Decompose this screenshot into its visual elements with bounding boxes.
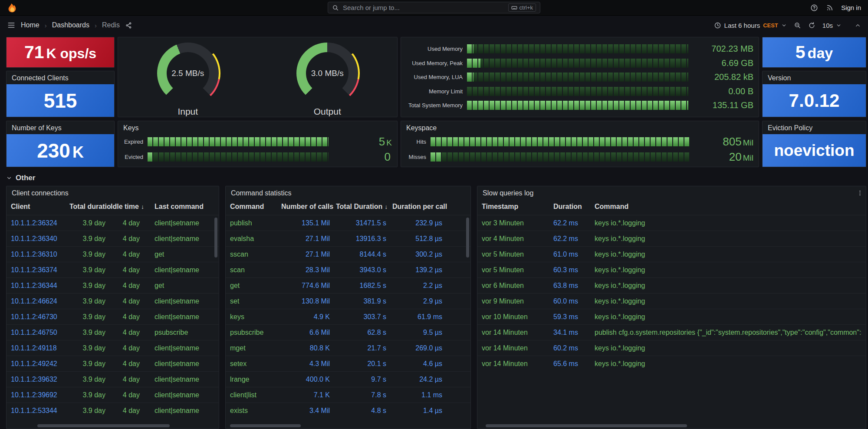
bar-value: 805Mil bbox=[690, 135, 753, 148]
time-range-picker[interactable]: Last 6 hours CEST bbox=[714, 22, 787, 29]
ops-stat-panel: 71 K ops/s bbox=[6, 37, 115, 68]
breadcrumb-home[interactable]: Home bbox=[21, 21, 39, 29]
number-of-calls-cell: 7.1 K bbox=[281, 391, 336, 399]
total-duration-cell: 4.8 s bbox=[336, 407, 392, 415]
table-row: 10.1.1.2:49242 3.9 day 4 day client|setn… bbox=[7, 356, 219, 371]
column-header[interactable]: Command bbox=[230, 203, 281, 211]
collapse-top-button[interactable] bbox=[855, 22, 861, 29]
lcd-bar-gauge bbox=[148, 137, 329, 146]
last-command-cell: get bbox=[152, 282, 214, 290]
panel-title[interactable]: Connected Clients bbox=[7, 71, 114, 83]
chevron-up-icon bbox=[855, 22, 861, 29]
duration-per-call-cell: 24.2 µs bbox=[392, 376, 466, 383]
total-duration-cell: 31471.5 s bbox=[336, 219, 392, 227]
timestamp-cell: vor 9 Minuten bbox=[482, 297, 553, 305]
bar-label: Expired bbox=[123, 139, 148, 145]
number-of-keys-value: 230 bbox=[37, 139, 70, 162]
memory-bar-row: Used Memory, LUA 205.82 kB bbox=[406, 72, 753, 82]
total-duration-cell: 3.9 day bbox=[69, 297, 111, 305]
timestamp-cell: vor 5 Minuten bbox=[482, 266, 553, 274]
panel-title[interactable]: Number of Keys bbox=[7, 121, 114, 133]
sort-desc-icon: ↓ bbox=[385, 203, 388, 210]
table-row: evalsha 27.1 Mil 13916.3 s 512.8 µs bbox=[226, 231, 470, 246]
timestamp-cell: vor 5 Minuten bbox=[482, 251, 553, 258]
keys-bar-row: Evicted 0 bbox=[123, 151, 392, 162]
client-cell: 10.1.1.2:36324 bbox=[11, 219, 69, 227]
column-header-sorted[interactable]: Total Duration↓ bbox=[336, 203, 392, 211]
search-input[interactable]: Search or jump to... ctrl+k bbox=[328, 2, 540, 13]
duration-cell: 65.6 ms bbox=[553, 360, 595, 368]
total-duration-cell: 3.9 day bbox=[69, 407, 111, 415]
help-icon[interactable] bbox=[810, 4, 818, 12]
keys-bar-row: Expired 5K bbox=[123, 136, 392, 147]
column-header[interactable]: Number of calls bbox=[281, 203, 336, 211]
dashboard-row-other[interactable]: Other bbox=[6, 172, 35, 184]
last-command-cell: client|setname bbox=[152, 344, 214, 352]
last-command-cell: client|setname bbox=[152, 313, 214, 321]
row-title: Other bbox=[16, 174, 35, 182]
column-header[interactable]: Command bbox=[595, 203, 861, 211]
column-header[interactable]: Duration bbox=[553, 203, 595, 211]
column-header[interactable]: Duration per call bbox=[392, 203, 466, 211]
refresh-button[interactable] bbox=[808, 22, 815, 29]
total-duration-cell: 3.9 day bbox=[69, 266, 111, 274]
table-row: vor 9 Minuten 60.0 ms keys io.*.logging bbox=[477, 293, 866, 309]
number-of-keys-unit: K bbox=[72, 143, 84, 162]
output-gauge: 3.0 MB/s Output bbox=[258, 41, 398, 117]
breadcrumb-current: Redis bbox=[102, 21, 120, 29]
duration-per-call-cell: 1.1 ms bbox=[392, 391, 466, 399]
column-header-sorted[interactable]: Idle time↓ bbox=[111, 203, 152, 211]
panel-title[interactable]: Client connections bbox=[7, 186, 219, 198]
command-cell: set bbox=[230, 297, 281, 305]
keys-panel: Keys Expired 5K Evicted bbox=[118, 121, 398, 167]
uptime-value: 5 bbox=[796, 42, 806, 63]
vertical-scrollbar[interactable] bbox=[466, 218, 469, 257]
command-cell: keys io.*.logging bbox=[595, 251, 861, 258]
table-header-row: Command Number of calls Total Duration↓ … bbox=[226, 198, 470, 215]
total-duration-cell: 3.9 day bbox=[69, 235, 111, 243]
panel-title[interactable]: Slow queries log bbox=[477, 186, 866, 198]
table-row: set 130.8 Mil 381.9 s 2.9 µs bbox=[226, 293, 470, 309]
vertical-scrollbar[interactable] bbox=[214, 218, 217, 257]
panel-title[interactable]: Eviction Policy bbox=[763, 121, 866, 133]
duration-per-call-cell: 269.0 µs bbox=[392, 344, 466, 352]
number-of-calls-cell: 6.6 Mil bbox=[281, 329, 336, 337]
total-duration-cell: 3.9 day bbox=[69, 329, 111, 337]
breadcrumb-dashboards[interactable]: Dashboards bbox=[52, 21, 89, 29]
grafana-logo-icon[interactable] bbox=[7, 3, 17, 13]
panel-title[interactable]: Keys bbox=[118, 121, 397, 133]
total-duration-cell: 9.7 s bbox=[336, 376, 392, 383]
table-row: keys 4.9 K 303.7 s 61.9 ms bbox=[226, 309, 470, 324]
column-header[interactable]: Last command bbox=[152, 203, 214, 211]
panel-title[interactable]: Command statistics bbox=[226, 186, 470, 198]
table-row: 10.1.1.2:46750 3.9 day 4 day psubscribe bbox=[7, 324, 219, 340]
ops-unit: K ops/s bbox=[46, 46, 97, 62]
news-icon[interactable] bbox=[826, 4, 833, 11]
command-cell: keys io.*.logging bbox=[595, 344, 861, 352]
column-header[interactable]: Client bbox=[11, 203, 69, 211]
table-row: lrange 400.0 K 9.7 s 24.2 µs bbox=[226, 371, 470, 387]
panel-menu-icon[interactable] bbox=[857, 190, 863, 196]
zoom-out-button[interactable] bbox=[794, 22, 801, 29]
command-cell: keys io.*.logging bbox=[595, 360, 861, 368]
column-header[interactable]: Total duration bbox=[69, 203, 111, 211]
refresh-interval-picker[interactable]: 10s bbox=[822, 22, 842, 29]
table-row: publish 135.1 Mil 31471.5 s 232.9 µs bbox=[226, 215, 470, 231]
share-icon[interactable] bbox=[125, 22, 132, 29]
horizontal-scrollbar[interactable] bbox=[230, 424, 301, 427]
table-header-row: Timestamp Duration Command bbox=[477, 198, 866, 215]
horizontal-scrollbar[interactable] bbox=[486, 424, 687, 427]
table-body: vor 3 Minuten 62.2 ms keys io.*.logging … bbox=[477, 215, 866, 371]
number-of-calls-cell: 135.1 Mil bbox=[281, 219, 336, 227]
total-duration-cell: 3.9 day bbox=[69, 360, 111, 368]
total-duration-cell: 1682.5 s bbox=[336, 282, 392, 290]
command-cell: keys io.*.logging bbox=[595, 282, 861, 290]
panel-title[interactable]: Keyspace bbox=[401, 121, 759, 133]
sign-in-link[interactable]: Sign in bbox=[841, 4, 861, 11]
column-header[interactable]: Timestamp bbox=[482, 203, 553, 211]
menu-toggle-icon[interactable] bbox=[7, 21, 16, 30]
horizontal-scrollbar[interactable] bbox=[37, 424, 170, 427]
table-header-row: Client Total duration Idle time↓ Last co… bbox=[7, 198, 219, 215]
panel-title[interactable]: Version bbox=[763, 71, 866, 83]
duration-cell: 62.2 ms bbox=[553, 235, 595, 243]
